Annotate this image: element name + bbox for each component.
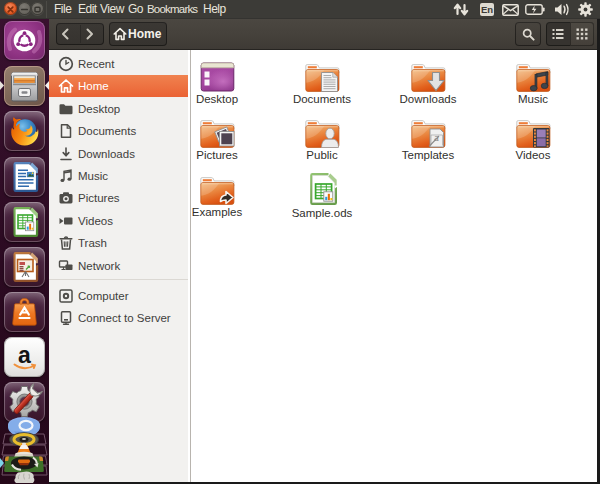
- svg-text:a: a: [18, 342, 31, 368]
